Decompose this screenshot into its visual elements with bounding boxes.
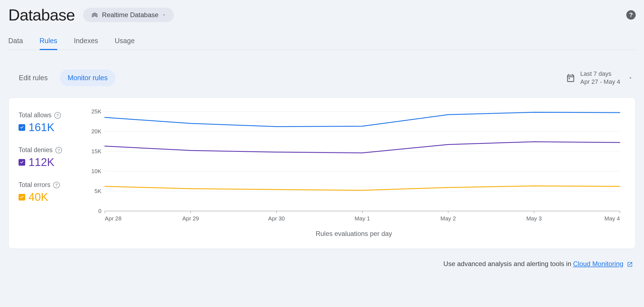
cloud-monitoring-footer: Use advanced analysis and alerting tools… — [8, 260, 636, 268]
legend-allows-value: 161K — [29, 121, 54, 134]
svg-text:May 2: May 2 — [441, 215, 456, 222]
legend-allows-checkbox[interactable] — [19, 124, 25, 131]
legend-errors-checkbox[interactable] — [19, 194, 25, 201]
legend-errors-label: Total errors — [19, 181, 50, 189]
monitor-rules-card: Total allows ? 161K Total denies ? — [8, 97, 636, 249]
tab-rules[interactable]: Rules — [40, 33, 57, 50]
date-range-label: Last 7 days — [580, 70, 620, 78]
subtab-edit-rules[interactable]: Edit rules — [11, 69, 55, 86]
svg-text:Apr 29: Apr 29 — [182, 215, 199, 222]
svg-text:25K: 25K — [91, 109, 102, 115]
svg-text:0: 0 — [98, 208, 101, 214]
legend-allows-label: Total allows — [19, 111, 51, 119]
caret-down-icon — [162, 13, 166, 17]
rules-subtabs: Edit rules Monitor rules — [11, 69, 115, 86]
date-range-dates: Apr 27 - May 4 — [580, 78, 620, 86]
date-range-picker[interactable]: Last 7 days Apr 27 - May 4 — [566, 70, 633, 86]
legend-errors-value: 40K — [29, 191, 48, 203]
svg-text:May 1: May 1 — [355, 215, 370, 222]
legend-denies-checkbox[interactable] — [19, 159, 25, 166]
help-icon[interactable]: ? — [626, 10, 636, 20]
svg-text:15K: 15K — [91, 148, 102, 154]
rules-evaluations-chart: 05K10K15K20K25KApr 28Apr 29Apr 30May 1Ma… — [85, 109, 623, 225]
chart-legend: Total allows ? 161K Total denies ? — [19, 109, 74, 238]
svg-rect-0 — [569, 78, 570, 79]
help-icon[interactable]: ? — [55, 147, 62, 154]
svg-text:Apr 30: Apr 30 — [268, 215, 285, 222]
legend-denies-value: 112K — [29, 156, 54, 168]
realtime-db-icon — [91, 11, 99, 19]
caret-down-icon — [628, 76, 633, 80]
tab-usage[interactable]: Usage — [115, 33, 135, 50]
subtab-monitor-rules[interactable]: Monitor rules — [60, 69, 115, 86]
legend-denies-label: Total denies — [19, 146, 53, 154]
calendar-icon — [566, 73, 575, 83]
main-tabs: Data Rules Indexes Usage — [8, 33, 636, 50]
database-selector-label: Realtime Database — [102, 11, 158, 19]
footer-text: Use advanced analysis and alerting tools… — [444, 260, 573, 267]
page-title: Database — [8, 6, 75, 24]
tab-indexes[interactable]: Indexes — [74, 33, 98, 50]
legend-item-allows: Total allows ? 161K — [19, 111, 74, 134]
svg-text:Apr 28: Apr 28 — [105, 215, 122, 222]
svg-text:May 3: May 3 — [526, 215, 542, 222]
svg-text:May 4: May 4 — [604, 215, 620, 222]
legend-item-errors: Total errors ? 40K — [19, 181, 74, 203]
svg-text:20K: 20K — [91, 128, 102, 134]
legend-item-denies: Total denies ? 112K — [19, 146, 74, 168]
svg-text:10K: 10K — [91, 168, 102, 174]
external-link-icon — [627, 261, 633, 267]
chart-xlabel: Rules evaluations per day — [85, 230, 623, 238]
help-icon[interactable]: ? — [54, 112, 61, 119]
help-icon[interactable]: ? — [53, 182, 60, 188]
svg-text:5K: 5K — [94, 188, 102, 194]
cloud-monitoring-link[interactable]: Cloud Monitoring — [573, 260, 623, 267]
tab-data[interactable]: Data — [8, 33, 23, 50]
database-selector[interactable]: Realtime Database — [83, 8, 174, 22]
